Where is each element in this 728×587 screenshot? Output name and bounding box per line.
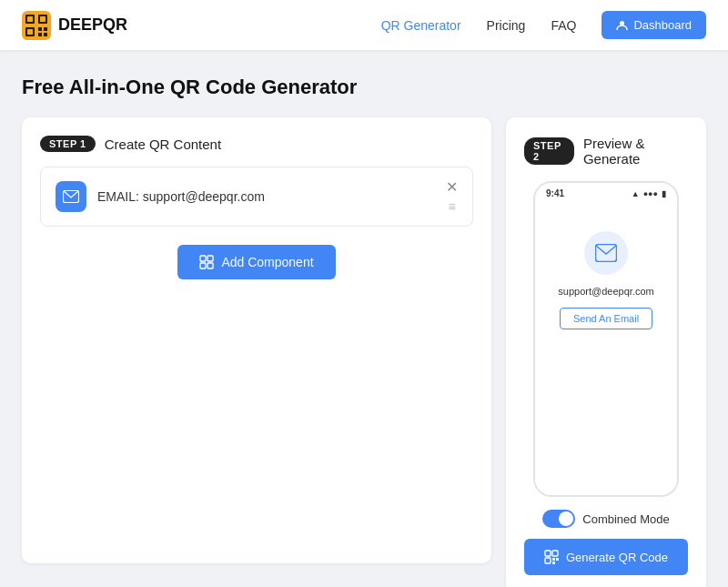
- user-icon: [616, 19, 628, 31]
- email-component-card: EMAIL: support@deepqr.com ✕ ≡: [40, 167, 473, 227]
- grid-icon: [199, 255, 214, 269]
- nav-pricing[interactable]: Pricing: [487, 18, 526, 33]
- wifi-icon: ▲: [632, 189, 640, 198]
- svg-rect-19: [552, 551, 558, 556]
- phone-email-svg-icon: [595, 244, 617, 262]
- svg-rect-18: [545, 551, 551, 556]
- combined-mode-row: Combined Mode: [542, 510, 669, 528]
- svg-rect-13: [200, 256, 206, 261]
- email-icon-wrap: [56, 181, 86, 212]
- svg-rect-10: [44, 33, 47, 36]
- battery-icon: ▮: [662, 189, 666, 198]
- step1-title: Create QR Content: [105, 137, 221, 152]
- svg-rect-22: [556, 558, 559, 561]
- nav-faq[interactable]: FAQ: [551, 18, 576, 33]
- phone-email-address: support@deepqr.com: [558, 286, 653, 297]
- page-title: Free All-in-One QR Code Generator: [22, 76, 706, 99]
- svg-rect-8: [44, 27, 47, 31]
- deepqr-logo-icon: [22, 11, 51, 40]
- navbar: DEEPQR QR Generator Pricing FAQ Dashboar…: [0, 0, 728, 50]
- phone-mockup: 9:41 ▲ ●●● ▮ support@deepqr.com: [533, 181, 679, 497]
- svg-rect-23: [552, 562, 555, 564]
- svg-rect-15: [200, 263, 206, 268]
- component-actions: ✕ ≡: [446, 180, 458, 213]
- email-component-label: EMAIL: support@deepqr.com: [97, 189, 265, 204]
- phone-time: 9:41: [546, 188, 564, 198]
- step2-title: Preview & Generate: [583, 136, 688, 167]
- step2-badge: STEP 2: [524, 137, 574, 165]
- step1-header: STEP 1 Create QR Content: [40, 136, 473, 152]
- brand-logo: DEEPQR: [22, 11, 127, 40]
- phone-status-bar: 9:41 ▲ ●●● ▮: [535, 183, 677, 204]
- add-component-button[interactable]: Add Component: [177, 245, 335, 279]
- svg-rect-16: [207, 263, 213, 268]
- svg-rect-6: [27, 29, 33, 35]
- email-icon: [63, 190, 79, 203]
- svg-rect-4: [40, 16, 46, 22]
- component-left: EMAIL: support@deepqr.com: [56, 181, 265, 212]
- combined-mode-label: Combined Mode: [582, 512, 669, 526]
- generate-qr-button[interactable]: Generate QR Code: [524, 539, 688, 575]
- left-panel: STEP 1 Create QR Content EMAIL: support@…: [22, 117, 491, 563]
- dashboard-button[interactable]: Dashboard: [602, 11, 706, 39]
- qr-generate-icon: [544, 550, 559, 564]
- step2-header: STEP 2 Preview & Generate: [524, 136, 688, 167]
- svg-rect-17: [596, 245, 617, 262]
- phone-send-email-button[interactable]: Send An Email: [560, 308, 652, 329]
- svg-rect-2: [27, 16, 33, 22]
- phone-email-icon: [584, 231, 628, 275]
- svg-rect-7: [38, 27, 42, 31]
- brand-name: DEEPQR: [58, 15, 127, 35]
- combined-mode-toggle[interactable]: [542, 510, 575, 528]
- svg-rect-14: [207, 256, 213, 261]
- phone-content: support@deepqr.com Send An Email: [535, 204, 677, 495]
- svg-rect-9: [38, 33, 42, 36]
- drag-handle-icon: ≡: [448, 200, 455, 213]
- right-panel: STEP 2 Preview & Generate 9:41 ▲ ●●● ▮: [506, 117, 706, 587]
- nav-links: QR Generator Pricing FAQ Dashboard: [381, 11, 706, 39]
- svg-rect-21: [552, 558, 555, 561]
- phone-status-icons: ▲ ●●● ▮: [632, 189, 666, 198]
- nav-qr-generator[interactable]: QR Generator: [381, 18, 461, 33]
- signal-icon: ●●●: [643, 189, 658, 198]
- main-content: Free All-in-One QR Code Generator STEP 1…: [0, 50, 728, 587]
- svg-rect-20: [545, 558, 551, 563]
- toggle-knob: [559, 511, 573, 526]
- close-component-button[interactable]: ✕: [446, 180, 458, 195]
- step1-badge: STEP 1: [40, 136, 96, 152]
- panels-row: STEP 1 Create QR Content EMAIL: support@…: [22, 117, 706, 587]
